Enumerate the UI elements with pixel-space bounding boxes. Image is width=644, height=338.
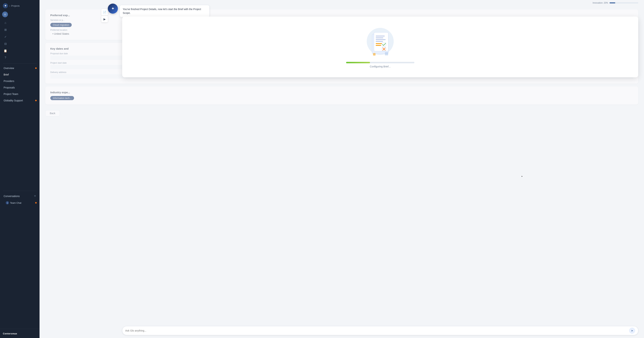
document-button[interactable]: 📄 [101,9,108,16]
sidebar-item-project-team[interactable]: Project Team [0,91,40,97]
svg-rect-7 [376,43,382,44]
plus-icon: ✦ [4,4,7,8]
overview-notification-dot [35,67,37,69]
innovation-progress-fill [610,2,615,4]
globality-support-label: Globality Support [4,99,23,102]
back-button[interactable]: Back [45,110,60,116]
innovation-progress: Innovation: 20% [592,2,638,4]
divider-1 [3,63,37,64]
project-nav: Overview Brief Providers Proposals Proje… [0,65,40,189]
overview-label: Overview [4,67,14,70]
sidebar-item-providers[interactable]: Providers [0,78,40,84]
ask-glo-input[interactable] [125,329,629,332]
conversations-left: Conversations [4,195,20,198]
sidebar: ✦ ‹ Projects U ⌂ ⊞ ✓ ⊟ 📋 ? [0,0,40,338]
projects-label: Projects [11,5,20,7]
ask-glo-send-button[interactable]: ➤ [629,327,635,334]
doc-icon: 📄 [103,11,106,14]
globality-support-dot [35,100,37,101]
svg-rect-4 [376,37,383,38]
sidebar-item-brief[interactable]: Brief [0,71,40,78]
sidebar-item-overview[interactable]: Overview [0,65,40,71]
help-icon: ? [4,56,7,59]
collapse-button[interactable]: ▶ [101,16,108,22]
progress-section: Configuring Brief... [346,62,414,68]
divider-2 [3,191,37,191]
main-content: Innovation: 20% Preferred exp... Service… [40,0,644,338]
icon-nav: ⌂ ⊞ ✓ ⊟ 📋 ? [0,19,40,62]
glo-icon: ✦ [111,6,114,11]
home-icon: ⌂ [4,21,7,25]
sidebar-item-proposals[interactable]: Proposals [0,84,40,91]
svg-rect-14 [385,52,388,55]
sidebar-item-tasks[interactable]: ✓ [0,33,40,40]
sidebar-item-help[interactable]: ? [0,54,40,61]
project-team-label: Project Team [4,93,18,96]
innovation-progress-track [610,2,638,4]
sidebar-header: ✦ ‹ Projects [0,0,40,11]
team-chat-item[interactable]: 1 Team Chat [0,200,40,206]
avatar[interactable]: U [2,12,8,17]
chevron-icon: ‹ [9,5,10,7]
apps-icon: ⊟ [4,42,7,46]
new-project-button[interactable]: ✦ [3,3,8,8]
conversations-section[interactable]: Conversations + [0,192,40,200]
industry-exp-card: Industry expe... Information tech... [45,87,638,105]
tasks-icon: ✓ [4,35,7,39]
info-tech-tag: Information tech... [50,96,74,100]
svg-rect-5 [376,39,386,40]
conversations-label: Conversations [4,195,20,198]
sidebar-item-dashboard[interactable]: ⊞ [0,26,40,33]
svg-rect-13 [373,53,376,56]
add-conversation-button[interactable]: + [34,194,36,198]
brief-label: Brief [4,73,9,76]
illustration [362,25,398,58]
configuring-label: Configuring Brief... [346,65,414,68]
documents-icon: 📋 [4,49,7,53]
glo-tooltip-text: You've finished Project Details, now let… [123,8,201,14]
innovation-label: Innovation: 20% [592,2,608,4]
projects-nav[interactable]: ‹ Projects [9,5,20,7]
cloud-migration-tag: Cloud migration [50,23,72,27]
sidebar-footer: Centersmax [0,329,40,338]
document-icon-float: 📄 ▶ [101,9,108,22]
progress-track [346,62,414,63]
team-chat-notification-dot [35,202,37,203]
team-chat-badge: 1 [6,201,9,204]
glo-avatar[interactable]: ✦ [108,4,118,14]
svg-rect-8 [376,45,381,46]
sidebar-item-globality-support[interactable]: Globality Support [0,97,40,104]
svg-rect-6 [376,41,383,42]
send-icon: ➤ [631,329,633,332]
collapse-icon: ▶ [104,18,106,21]
proposals-label: Proposals [4,86,15,89]
ask-glo-bar: ➤ [122,326,638,335]
brief-illustration-svg [362,25,398,58]
dashboard-icon: ⊞ [4,28,7,32]
providers-label: Providers [4,80,14,83]
svg-rect-3 [376,36,385,37]
glo-assistant: ✦ You've finished Project Details, now l… [108,4,210,17]
industry-exp-title: Industry expe... [50,91,633,94]
sidebar-item-apps[interactable]: ⊟ [0,40,40,47]
glo-tooltip: You've finished Project Details, now let… [120,5,210,17]
sidebar-item-home[interactable]: ⌂ [0,20,40,26]
centersmax-logo: Centersmax [3,332,17,335]
user-initial: U [4,13,6,16]
sidebar-item-documents[interactable]: 📋 [0,47,40,54]
progress-fill [346,62,370,63]
brief-config-card: Configuring Brief... [122,17,638,77]
team-chat-label: Team Chat [10,202,22,204]
